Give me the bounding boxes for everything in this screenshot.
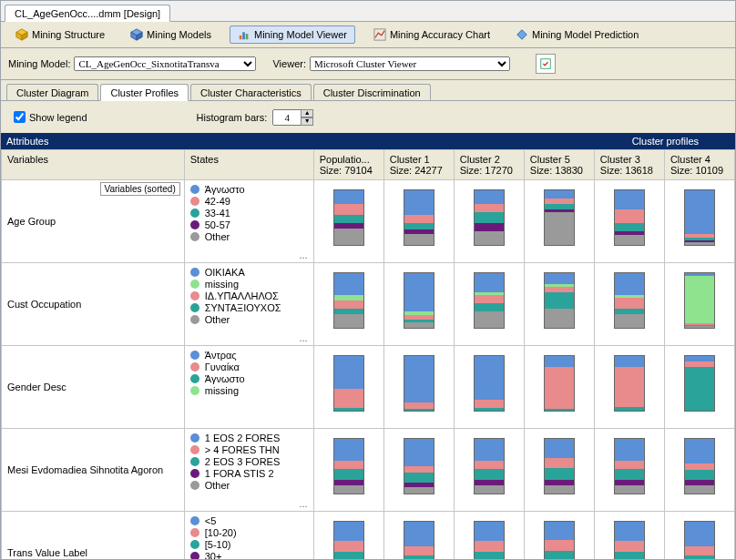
cluster-bar-cell[interactable]	[313, 429, 383, 512]
state-row: Γυναίκα	[190, 361, 308, 372]
stacked-bar	[333, 438, 364, 494]
cluster-bar-cell[interactable]	[594, 512, 664, 560]
stacked-bar	[404, 521, 434, 559]
stacked-bar	[544, 355, 575, 412]
stacked-bar	[544, 521, 575, 559]
variable-cell[interactable]: Variables (sorted)Age Group	[2, 180, 185, 263]
cluster-bar-cell[interactable]	[594, 263, 664, 346]
variable-cell[interactable]: Cust Occupation	[2, 263, 185, 346]
col-cluster[interactable]: Populatio...Size: 79104	[313, 150, 383, 180]
col-cluster[interactable]: Cluster 4Size: 10109	[664, 150, 734, 180]
state-row: missing	[190, 385, 308, 396]
svg-marker-10	[517, 30, 527, 40]
spinner-down[interactable]: ▼	[301, 117, 313, 126]
cluster-bar-cell[interactable]	[383, 180, 454, 263]
cluster-bar-cell[interactable]	[313, 512, 383, 560]
cluster-bar-cell[interactable]	[524, 180, 594, 263]
state-row: Other	[190, 231, 308, 242]
cluster-bar-cell[interactable]	[524, 429, 594, 512]
section-header-right: Cluster profiles	[322, 133, 735, 149]
variable-cell[interactable]: Mesi Evdomadiea Sihnotita Agoron	[2, 429, 185, 512]
cluster-bar-cell[interactable]	[524, 512, 594, 560]
stacked-bar	[614, 355, 645, 412]
state-row: 2 EOS 3 FORES	[190, 456, 308, 467]
stacked-bar	[474, 355, 505, 412]
col-cluster[interactable]: Cluster 1Size: 24277	[383, 150, 454, 180]
cluster-bar-cell[interactable]	[664, 180, 734, 263]
state-row: Άντρας	[190, 350, 308, 361]
show-legend-checkbox[interactable]	[14, 111, 26, 123]
toolbar-mining-model-prediction[interactable]: Mining Model Prediction	[508, 26, 646, 43]
subtab-cluster-diagram[interactable]: Cluster Diagram	[6, 84, 98, 100]
cluster-bar-cell[interactable]	[383, 512, 454, 560]
col-states[interactable]: States	[184, 150, 313, 180]
col-cluster[interactable]: Cluster 2Size: 17270	[454, 150, 524, 180]
viewer-selectors: Mining Model: CL_AgeGenOcc_SixnotitaTran…	[1, 48, 735, 80]
state-row: <5	[190, 515, 308, 526]
cluster-bar-cell[interactable]	[313, 180, 383, 263]
stacked-bar	[333, 355, 364, 412]
stacked-bar	[684, 189, 715, 246]
cluster-bar-cell[interactable]	[454, 346, 524, 429]
stacked-bar	[474, 521, 505, 559]
stacked-bar	[544, 272, 575, 329]
toolbar-mining-models[interactable]: Mining Models	[123, 26, 219, 43]
col-cluster[interactable]: Cluster 3Size: 13618	[594, 150, 664, 180]
histogram-bars-input[interactable]	[272, 109, 302, 126]
cluster-bar-cell[interactable]	[594, 346, 664, 429]
cluster-bar-cell[interactable]	[664, 346, 734, 429]
stacked-bar	[404, 438, 434, 494]
stacked-bar	[544, 189, 575, 246]
profiles-grid-wrap[interactable]: VariablesStatesPopulatio...Size: 79104Cl…	[1, 149, 735, 559]
stacked-bar	[544, 438, 575, 494]
more-icon[interactable]: ...	[300, 332, 308, 343]
cluster-bar-cell[interactable]	[664, 263, 734, 346]
stacked-bar	[474, 438, 505, 494]
subtab-cluster-profiles[interactable]: Cluster Profiles	[100, 84, 189, 101]
state-row: Other	[190, 314, 308, 325]
cluster-bar-cell[interactable]	[454, 429, 524, 512]
cluster-bar-cell[interactable]	[383, 263, 454, 346]
stacked-bar	[614, 438, 645, 494]
spinner-up[interactable]: ▲	[301, 109, 313, 117]
state-row: Other	[190, 480, 308, 491]
subtab-cluster-characteristics[interactable]: Cluster Characteristics	[190, 84, 312, 100]
stacked-bar	[404, 189, 434, 246]
cluster-bar-cell[interactable]	[594, 429, 664, 512]
viewer-select[interactable]: Microsoft Cluster Viewer	[310, 56, 510, 71]
more-icon[interactable]: ...	[300, 498, 308, 509]
toolbar-mining-accuracy-chart[interactable]: Mining Accuracy Chart	[366, 26, 497, 43]
more-icon[interactable]: ...	[300, 249, 308, 260]
histogram-bars-spinner[interactable]: ▲ ▼	[272, 109, 313, 126]
cluster-bar-cell[interactable]	[313, 263, 383, 346]
stacked-bar	[404, 272, 434, 329]
variable-cell[interactable]: Trans Value Label	[2, 512, 185, 560]
state-row: ΟΙΚΙΑΚΑ	[190, 267, 308, 278]
state-row: 1 FORA STIS 2	[190, 468, 308, 479]
mining-model-select[interactable]: CL_AgeGenOcc_SixnotitaTransva	[74, 56, 256, 71]
document-tab[interactable]: CL_AgeGenOcc....dmm [Design]	[5, 5, 170, 22]
toolbar-mining-model-viewer[interactable]: Mining Model Viewer	[230, 25, 355, 44]
stacked-bar	[333, 189, 364, 246]
cluster-bar-cell[interactable]	[454, 263, 524, 346]
cluster-bar-cell[interactable]	[594, 180, 664, 263]
cluster-bar-cell[interactable]	[664, 512, 734, 560]
toolbar-mining-structure[interactable]: Mining Structure	[8, 26, 112, 43]
cluster-bar-cell[interactable]	[383, 346, 454, 429]
cluster-bar-cell[interactable]	[524, 346, 594, 429]
state-row: [10-20)	[190, 527, 308, 538]
cluster-bar-cell[interactable]	[454, 180, 524, 263]
stacked-bar	[333, 272, 364, 329]
refresh-button[interactable]	[536, 54, 556, 74]
cluster-bar-cell[interactable]	[313, 346, 383, 429]
cluster-bar-cell[interactable]	[383, 429, 454, 512]
col-variables[interactable]: Variables	[2, 150, 185, 180]
subtab-cluster-discrimination[interactable]: Cluster Discrimination	[313, 84, 431, 100]
cluster-bar-cell[interactable]	[454, 512, 524, 560]
col-cluster[interactable]: Cluster 5Size: 13830	[524, 150, 594, 180]
histogram-bars-label: Histogram bars:	[197, 112, 268, 123]
state-row: ΙΔ.ΥΠΑΛΛΗΛΟΣ	[190, 290, 308, 301]
variable-cell[interactable]: Gender Desc	[2, 346, 185, 429]
cluster-bar-cell[interactable]	[664, 429, 734, 512]
cluster-bar-cell[interactable]	[524, 263, 594, 346]
